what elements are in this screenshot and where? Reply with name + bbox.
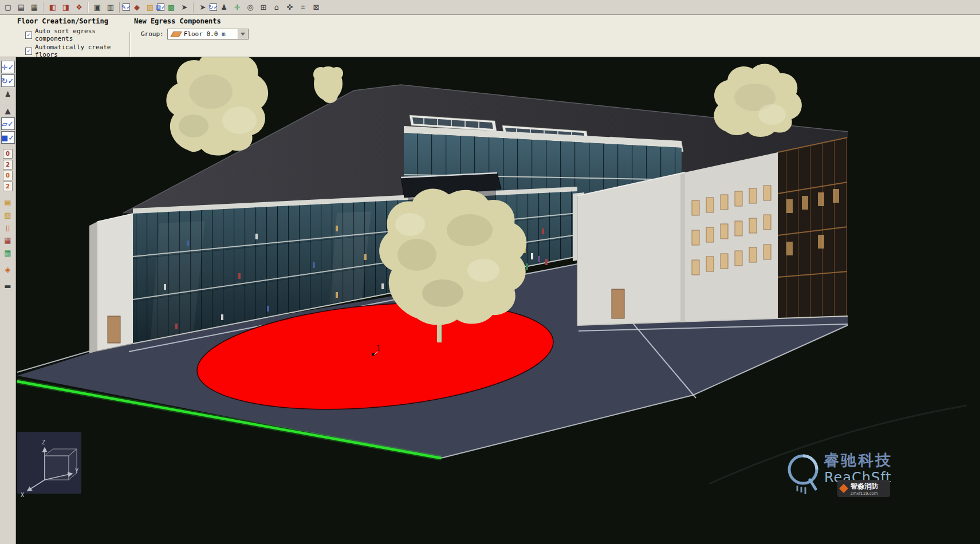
measure-tool-icon[interactable]: ▬ bbox=[2, 280, 14, 291]
cone-tool-icon[interactable]: ▲ bbox=[2, 105, 14, 116]
toolbar-separator bbox=[43, 2, 44, 13]
new-file-icon[interactable]: ▢ bbox=[2, 1, 14, 14]
toolbar-group-file: ▢ ▤ ▦ bbox=[2, 1, 41, 14]
walk-view-tool-icon[interactable]: ♟ bbox=[2, 88, 14, 100]
gizmo-x-label: X bbox=[21, 492, 24, 498]
stairs-tool-icon[interactable]: ▤ bbox=[2, 196, 14, 208]
door-tool-icon[interactable]: ▯ bbox=[2, 222, 14, 233]
floor-creation-title: Floor Creation/Sorting bbox=[16, 15, 128, 26]
left-tool-column: ✛ ↻ ♟ ▲ ▱ ■ 0 2 0 2 ▤ ▧ ▯ ▦ ▦ ◈ ▬ bbox=[0, 57, 16, 544]
zoom-tool-icon[interactable]: ◎ bbox=[244, 1, 257, 14]
group-label: Group: bbox=[141, 30, 164, 38]
auto-create-label: Automatically create floors bbox=[35, 44, 128, 58]
dropdown-arrow-icon[interactable] bbox=[238, 29, 248, 39]
new-egress-title: New Egress Components bbox=[133, 15, 259, 26]
component-tool-icon[interactable]: ◈ bbox=[2, 263, 14, 275]
copy-object-icon[interactable]: ▣ bbox=[91, 1, 104, 14]
auto-create-checkbox[interactable] bbox=[25, 48, 32, 55]
move-tool-icon[interactable]: ✛ bbox=[1, 61, 15, 73]
snap-grid-icon[interactable]: ⌗ bbox=[297, 1, 309, 14]
svg-text:1: 1 bbox=[376, 344, 380, 352]
copy-view-icon[interactable]: ◨ bbox=[60, 1, 72, 14]
zoom-box-tool-icon[interactable]: ⊞ bbox=[257, 1, 270, 14]
views-manager-icon[interactable]: ▨ bbox=[157, 3, 164, 11]
group-row: Group: Floor 0.0 m bbox=[141, 29, 259, 40]
toolbar-group-modes: ✎ ◆ ▧ ▨ ▩ ➤ bbox=[123, 1, 191, 14]
toolbar-group-capture: ◧ ◨ ❖ bbox=[46, 1, 85, 14]
imported-geometry-icon[interactable]: ▧ bbox=[144, 1, 156, 14]
crosshair-tool-icon[interactable]: ✜ bbox=[284, 1, 296, 14]
main-toolbar: ▢ ▤ ▦ ◧ ◨ ❖ ▣ ▥ ✎ ◆ ▧ ▨ ▩ ➤ ➤ ↻ ♟ ✛ ◎ ⊞ … bbox=[0, 0, 980, 15]
gizmo-z-label: Z bbox=[42, 439, 45, 446]
group-dropdown-value: Floor 0.0 m bbox=[184, 30, 238, 38]
toolbar-separator bbox=[88, 2, 89, 13]
exit-red-tool-icon[interactable]: ▦ bbox=[2, 234, 14, 246]
results-3d-icon[interactable]: ◆ bbox=[131, 1, 143, 14]
plane-tool-icon[interactable]: ▱ bbox=[1, 117, 15, 130]
gizmo-cube bbox=[45, 449, 77, 480]
capture-view-icon[interactable]: ◧ bbox=[46, 1, 59, 14]
new-egress-panel: New Egress Components Group: Floor 0.0 m bbox=[133, 15, 259, 40]
reset-camera-icon[interactable]: ⌂ bbox=[270, 1, 283, 14]
record-movie-icon[interactable]: ➤ bbox=[178, 1, 191, 14]
auto-create-row: Automatically create floors bbox=[25, 44, 128, 58]
level-0-icon[interactable]: 0 bbox=[3, 171, 13, 180]
floor-glyph-icon bbox=[170, 31, 182, 37]
floor-view-2-icon[interactable]: 2 bbox=[3, 160, 13, 169]
exit-green-tool-icon[interactable]: ▦ bbox=[2, 247, 14, 258]
toolbar-separator bbox=[119, 2, 120, 13]
auto-sort-label: Auto sort egress components bbox=[35, 27, 128, 42]
drawing-tools-icon[interactable]: ✎ bbox=[123, 3, 130, 11]
save-file-icon[interactable]: ▦ bbox=[28, 1, 41, 14]
floor-view-0-icon[interactable]: 0 bbox=[3, 149, 13, 159]
auto-sort-row: Auto sort egress components bbox=[25, 27, 128, 42]
open-file-icon[interactable]: ▤ bbox=[15, 1, 27, 14]
layers-icon[interactable]: ▩ bbox=[165, 1, 178, 14]
toolbar-group-clipboard: ▣ ▥ bbox=[91, 1, 117, 14]
scene-canvas[interactable]: 1 bbox=[16, 57, 980, 544]
auto-sort-checkbox[interactable] bbox=[25, 31, 32, 39]
level-2-icon[interactable]: 2 bbox=[3, 182, 13, 191]
toolbar-separator bbox=[193, 2, 194, 13]
ribbon-panel: Floor Creation/Sorting Auto sort egress … bbox=[0, 15, 980, 57]
show-grid-icon[interactable]: ⊠ bbox=[310, 1, 322, 14]
toolbar-group-view: ➤ ↻ ♟ ✛ ◎ ⊞ ⌂ ✜ ⌗ ⊠ bbox=[196, 1, 322, 14]
paste-object-icon[interactable]: ▥ bbox=[104, 1, 117, 14]
export-image-icon[interactable]: ❖ bbox=[73, 1, 85, 14]
axis-gizmo[interactable]: Z Y X bbox=[17, 432, 81, 498]
select-tool-icon[interactable]: ➤ bbox=[196, 1, 209, 14]
group-dropdown[interactable]: Floor 0.0 m bbox=[167, 29, 249, 40]
pan-tool-icon[interactable]: ✛ bbox=[231, 1, 243, 14]
orbit-view-tool-icon[interactable]: ↻ bbox=[1, 74, 15, 87]
left-end-wall[interactable] bbox=[89, 214, 133, 353]
obstacle-tool-icon[interactable]: ▧ bbox=[2, 209, 14, 220]
right-wing-door[interactable] bbox=[612, 289, 624, 318]
walk-tool-icon[interactable]: ♟ bbox=[218, 1, 230, 14]
orbit-tool-icon[interactable]: ↻ bbox=[210, 3, 217, 11]
viewport-3d[interactable]: 1 bbox=[16, 57, 980, 544]
end-wall-door[interactable] bbox=[108, 316, 120, 343]
gizmo-y-label: Y bbox=[75, 468, 78, 474]
room-tool-icon[interactable]: ■ bbox=[1, 131, 15, 144]
